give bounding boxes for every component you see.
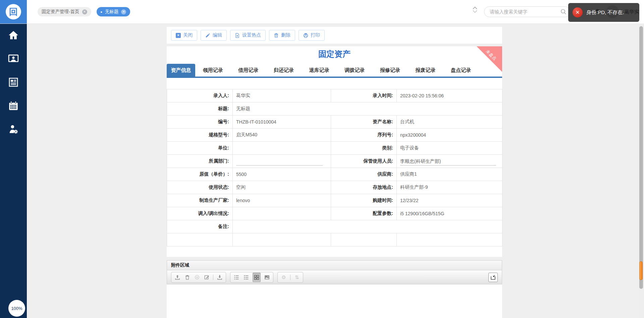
tab-inventory-records[interactable]: 盘点记录	[443, 64, 479, 77]
download-button[interactable]	[216, 273, 223, 281]
preview-icon	[195, 275, 200, 280]
table-row: 单位: 类别: 电子设备	[167, 142, 502, 155]
field-label: 保管使用人员:	[331, 155, 397, 168]
field-value: 葛华实	[233, 89, 331, 102]
detail-list-view-button[interactable]	[243, 273, 250, 281]
contacts-icon	[8, 53, 19, 64]
close-icon[interactable]: ✕	[121, 9, 126, 14]
top-bar: 回 固定资产管理-首页 ✕ • 无标题 ✕ 葛华	[0, 0, 644, 24]
home-icon	[8, 30, 19, 41]
field-label: 单位:	[167, 142, 233, 155]
chevron-down-icon[interactable]	[473, 10, 477, 13]
search-input[interactable]	[484, 6, 571, 17]
grid-view-icon	[254, 275, 259, 280]
app-screen: 回 固定资产管理-首页 ✕ • 无标题 ✕ 葛华	[0, 0, 644, 318]
import-button[interactable]	[488, 273, 498, 282]
tab-pill-home[interactable]: 固定资产管理-首页 ✕	[38, 7, 91, 16]
delete-button[interactable]: 删除	[269, 30, 295, 41]
upload-button[interactable]	[174, 273, 181, 281]
sort-button: ⇅	[293, 273, 300, 281]
close-square-icon: ✕	[176, 33, 181, 38]
inner-scrollbar-thumb[interactable]	[639, 261, 643, 280]
settings-group: ⚙ ⇅	[277, 272, 303, 283]
field-label: 规格型号:	[167, 129, 233, 142]
print-button[interactable]: 打印	[299, 30, 325, 41]
table-row: 调入/调出情况: 配置参数: i5 12900/16GB/515G	[167, 207, 502, 220]
tab-return-records[interactable]: 归还记录	[266, 64, 302, 77]
app-logo[interactable]: 回	[0, 0, 27, 24]
divider	[290, 275, 290, 280]
status-ribbon: 未盘点	[477, 46, 502, 72]
edit-button[interactable]: 编辑	[201, 30, 227, 41]
department-field[interactable]	[233, 155, 331, 168]
sidebar-item-home[interactable]	[0, 24, 27, 47]
field-value: 12/23/22	[397, 194, 502, 207]
search-icon[interactable]	[560, 9, 567, 15]
image-view-button[interactable]	[264, 273, 270, 281]
button-label: 打印	[311, 32, 320, 38]
field-label: 制造生产厂家:	[167, 194, 233, 207]
tab-asset-info[interactable]: 资产信息	[167, 64, 195, 77]
sidebar-item-user-settings[interactable]	[0, 118, 27, 141]
custodian-field[interactable]: 李顺忠(科研生产部)	[397, 155, 502, 168]
close-button[interactable]: ✕ 关闭	[171, 30, 197, 41]
page-scrollbar-thumb[interactable]	[639, 26, 643, 289]
edit-attachment-button[interactable]	[203, 273, 210, 281]
table-row-empty	[167, 233, 502, 246]
table-row: 标题: 无标题	[167, 102, 502, 116]
table-row: 制造生产厂家: lenovo 购建时间: 12/23/22	[167, 194, 502, 207]
field-value: lenovo	[233, 194, 331, 207]
tab-repair-records[interactable]: 报修记录	[372, 64, 408, 77]
field-label: 录入时间:	[331, 89, 397, 102]
download-icon	[217, 275, 222, 280]
pencil-icon	[205, 33, 210, 38]
tab-transfer-records[interactable]: 调拨记录	[337, 64, 373, 77]
field-label: 类别:	[331, 142, 397, 155]
open-tabs: 固定资产管理-首页 ✕ • 无标题 ✕	[38, 7, 130, 16]
table-cell-empty	[331, 233, 397, 246]
toast-message: 身份:PD, 不存在.	[586, 9, 624, 16]
close-icon[interactable]: ✕	[82, 9, 87, 14]
field-label: 备注:	[167, 220, 233, 233]
attachment-settings-button: ⚙	[280, 273, 287, 281]
tab-restock-records[interactable]: 退库记录	[302, 64, 337, 77]
ribbon-label: 未盘点	[485, 49, 498, 62]
collapse-control[interactable]	[471, 6, 479, 13]
tab-pill-untitled[interactable]: • 无标题 ✕	[97, 7, 130, 16]
department-input[interactable]	[236, 157, 323, 166]
set-hotspot-button[interactable]: 设置热点	[230, 30, 266, 41]
table-row: 使用状态: 空闲 存放地点: 科研生产部-9	[167, 181, 502, 194]
attachment-title: 附件区域	[171, 262, 189, 268]
delete-attachment-button[interactable]	[184, 273, 191, 281]
sidebar-item-contacts[interactable]	[0, 47, 27, 71]
printer-icon	[303, 33, 308, 38]
grid-view-button[interactable]	[253, 273, 261, 282]
field-value: 启天M540	[233, 129, 331, 142]
tab-pill-label: 固定资产管理-首页	[42, 9, 79, 15]
field-value	[233, 207, 331, 220]
tab-requisition-records[interactable]: 领用记录	[195, 64, 231, 77]
field-value: 无标题	[233, 102, 502, 116]
chevron-up-icon[interactable]	[473, 6, 477, 9]
sort-icon: ⇅	[295, 275, 299, 280]
field-value	[233, 142, 331, 155]
edit-square-icon	[204, 275, 209, 280]
image-view-icon	[264, 275, 270, 280]
sidebar-item-calendar[interactable]	[0, 94, 27, 118]
detail-list-icon	[244, 275, 249, 280]
view-mode-group	[230, 272, 273, 283]
table-cell-empty	[397, 233, 502, 246]
sidebar-item-news[interactable]	[0, 71, 27, 94]
zoom-badge[interactable]: 100%	[8, 300, 25, 317]
list-view-button[interactable]	[233, 273, 240, 281]
attachment-section: 附件区域	[167, 260, 502, 318]
field-value: THZB-IT-01010004	[233, 116, 331, 129]
tab-borrow-records[interactable]: 借用记录	[231, 64, 266, 77]
tab-scrap-records[interactable]: 报废记录	[408, 64, 443, 77]
table-row: 规格型号: 启天M540 序列号: npx3200004	[167, 129, 502, 142]
calendar-icon	[8, 100, 19, 111]
field-label: 所属部门:	[167, 155, 233, 168]
custodian-input[interactable]: 李顺忠(科研生产部)	[400, 157, 496, 166]
table-row: 备注:	[167, 220, 502, 233]
field-label: 调入/调出情况:	[167, 207, 233, 220]
